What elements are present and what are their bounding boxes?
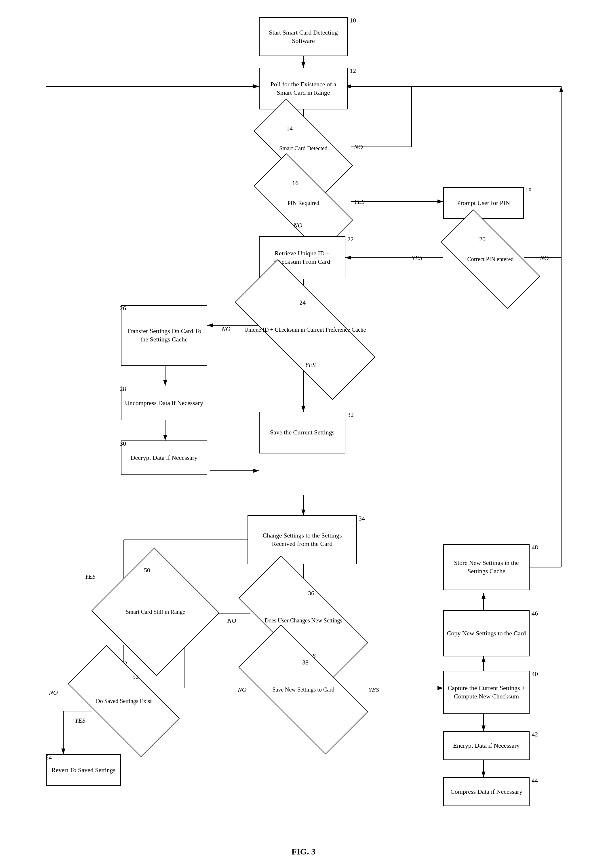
node-10: Start Smart Card Detecting Software: [259, 17, 348, 56]
node-46: Copy New Settings to the Card: [443, 610, 530, 656]
yn-16-no: NO: [294, 222, 302, 229]
node-32: Save the Current Settings: [259, 412, 345, 453]
node-34: Change Settings to the Settings Received…: [248, 515, 357, 564]
label-48: 48: [531, 544, 538, 551]
node-16: PIN Required: [256, 180, 351, 226]
label-42: 42: [531, 731, 538, 738]
yn-20-no: NO: [540, 254, 549, 262]
label-40: 40: [531, 670, 538, 678]
node-44: Compress Data if Necessary: [443, 777, 530, 806]
label-22: 22: [347, 236, 354, 243]
label-26: 26: [120, 305, 126, 312]
label-32: 32: [347, 411, 354, 418]
label-46: 46: [531, 610, 538, 617]
node-48: Store New Settings in the Settings Cache: [443, 544, 530, 590]
label-50: 50: [144, 567, 150, 574]
node-36: Does User Changes New Settings: [242, 590, 365, 651]
node-20: Correct PIN entered: [443, 236, 537, 282]
figure-caption: FIG. 3: [291, 847, 316, 857]
label-28: 28: [120, 385, 126, 393]
node-24: Unique ID + Checksum in Current Preferen…: [236, 299, 374, 360]
node-28: Uncompress Data if Necessary: [121, 386, 207, 420]
label-34: 34: [359, 515, 365, 522]
node-50: Smart Card Still in Range: [109, 567, 201, 656]
yn-14-no: NO: [354, 143, 363, 151]
diagram-container: Start Smart Card Detecting Software 10 P…: [0, 0, 607, 868]
node-54: Revert To Saved Settings: [46, 754, 121, 786]
label-24: 24: [299, 299, 306, 306]
yn-16-yes: YES: [354, 198, 365, 206]
node-30: Decrypt Data if Necessary: [121, 440, 207, 475]
label-38: 38: [302, 659, 308, 666]
node-12: Poll for the Existence of a Smart Card i…: [259, 68, 348, 109]
label-44: 44: [531, 777, 538, 784]
node-18: Prompt User for PIN: [443, 187, 524, 219]
yn-38-no: NO: [238, 686, 247, 694]
label-54: 54: [45, 754, 52, 761]
yn-38-yes: YES: [369, 686, 379, 694]
label-52: 52: [132, 673, 139, 680]
yn-24-no: NO: [221, 326, 231, 333]
yn-52-no: NO: [49, 689, 58, 696]
yn-24-yes: YES: [305, 361, 316, 369]
label-18: 18: [525, 186, 531, 194]
label-14: 14: [286, 125, 293, 132]
node-40: Capture the Current Settings + Compute N…: [443, 671, 530, 714]
node-42: Encrypt Data if Necessary: [443, 731, 530, 760]
node-14: Smart Card Detected: [256, 125, 351, 171]
label-30: 30: [120, 440, 126, 447]
node-38: Save New Settings to Card: [242, 659, 365, 720]
node-52: Do Saved Settings Exist: [72, 674, 176, 728]
label-12: 12: [350, 67, 356, 74]
label-20: 20: [479, 236, 486, 243]
yn-36-no: NO: [228, 617, 236, 625]
yn-50-yes: YES: [85, 573, 96, 580]
label-36: 36: [308, 590, 314, 597]
yn-52-yes: YES: [75, 717, 85, 724]
label-16: 16: [292, 179, 299, 187]
node-26: Transfer Settings On Card To the Setting…: [121, 305, 207, 366]
yn-20-yes: YES: [412, 254, 422, 262]
label-10: 10: [350, 17, 356, 24]
